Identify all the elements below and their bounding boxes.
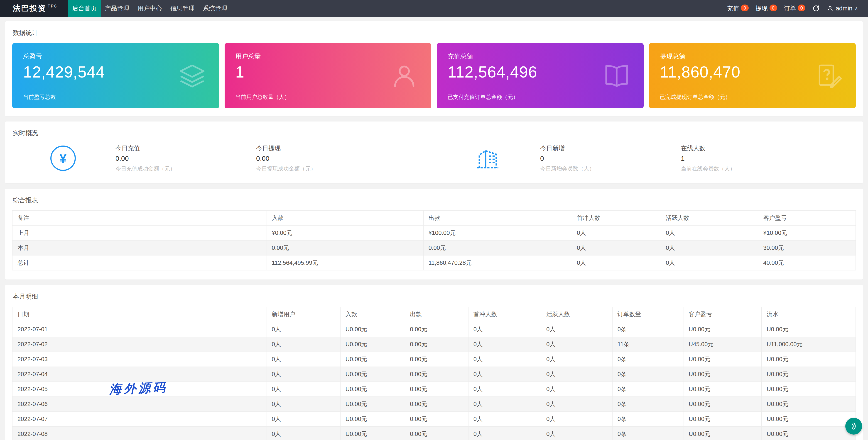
- realtime-label: 在线人数: [681, 144, 822, 153]
- table-cell: ¥0.00元: [267, 226, 423, 240]
- table-row: 2022-07-010人U0.00元0.00元0人0人0条U0.00元U0.00…: [12, 322, 856, 337]
- table-cell: 2022-07-04: [12, 367, 267, 382]
- detail-table-wrap: 日期新增用户入款出款首冲人数活跃人数订单数量客户盈亏流水 2022-07-010…: [5, 307, 863, 440]
- table-cell: 0人: [572, 240, 661, 256]
- theme-toggle-button[interactable]: [845, 418, 862, 435]
- realtime-label: 今日新增: [540, 144, 681, 153]
- realtime-value: 1: [681, 155, 822, 162]
- column-header: 新增用户: [267, 307, 340, 322]
- table-cell: U0.00元: [684, 397, 762, 412]
- table-cell: 0条: [612, 382, 684, 397]
- nav-recharge-label: 充值: [727, 4, 739, 12]
- realtime-value: 0.00: [256, 155, 397, 162]
- table-cell: 0.00元: [267, 240, 423, 256]
- realtime-label: 今日提现: [256, 144, 397, 153]
- table-cell: U0.00元: [684, 427, 762, 440]
- table-cell: U0.00元: [684, 322, 762, 337]
- table-cell: U0.00元: [762, 352, 856, 367]
- realtime-item-online: 在线人数 1 当前在线会员数（人）: [681, 144, 822, 172]
- table-cell: 0人: [468, 397, 541, 412]
- nav-right: 充值 0 提现 0 订单 0 admin ∧: [727, 0, 868, 17]
- person-icon: [827, 5, 834, 12]
- table-cell: U0.00元: [340, 337, 405, 352]
- realtime-panel: 实时概况 ¥ 今日充值 0.00 今日充值成功金额（元） 今日提现 0.00 今…: [5, 122, 863, 183]
- nav-withdraw[interactable]: 提现 0: [755, 4, 777, 12]
- table-cell: 0人: [661, 240, 758, 256]
- stat-card-total-users: 用户总量 1 当前用户总数量（人）: [225, 43, 432, 108]
- stat-card-label: 提现总额: [660, 52, 845, 61]
- table-cell: U0.00元: [340, 382, 405, 397]
- stat-card-total-recharge: 充值总额 112,564,496 已支付充值订单总金额（元）: [437, 43, 644, 108]
- table-cell: 0人: [267, 397, 340, 412]
- column-header: 出款: [423, 211, 572, 226]
- table-cell: 0.00元: [405, 382, 468, 397]
- table-cell: 0人: [541, 397, 613, 412]
- stat-card-desc: 当前盈亏总数: [23, 93, 56, 101]
- table-row: 2022-07-030人U0.00元0.00元0人0人0条U0.00元U0.00…: [12, 352, 856, 367]
- table-cell: 0.00元: [405, 397, 468, 412]
- table-cell: 2022-07-08: [12, 427, 267, 440]
- table-cell: 0条: [612, 352, 684, 367]
- order-badge: 0: [798, 4, 805, 11]
- table-cell: U0.00元: [340, 427, 405, 440]
- user-icon: [391, 62, 418, 90]
- table-cell: U0.00元: [762, 427, 856, 440]
- nav-item-system[interactable]: 系统管理: [199, 0, 231, 17]
- table-row: 2022-07-070人U0.00元0.00元0人0人0条U0.00元U0.00…: [12, 412, 856, 427]
- table-row: 2022-07-060人U0.00元0.00元0人0人0条U0.00元U0.00…: [12, 397, 856, 412]
- table-cell: 2022-07-07: [12, 412, 267, 427]
- recharge-badge: 0: [741, 4, 748, 11]
- refresh-icon[interactable]: [812, 4, 820, 12]
- table-cell: 0人: [267, 322, 340, 337]
- nav-recharge[interactable]: 充值 0: [727, 4, 748, 12]
- nav-item-users[interactable]: 用户中心: [133, 0, 166, 17]
- column-header: 首冲人数: [468, 307, 541, 322]
- detail-table-head: 日期新增用户入款出款首冲人数活跃人数订单数量客户盈亏流水: [12, 307, 856, 322]
- stat-card-desc: 已支付充值订单总金额（元）: [447, 93, 518, 101]
- column-header: 首冲人数: [572, 211, 661, 226]
- table-cell: U0.00元: [684, 382, 762, 397]
- brand-text: 法巴投资: [13, 3, 46, 13]
- table-row: 上月¥0.00元¥100.00元0人0人¥10.00元: [12, 226, 856, 240]
- table-cell: 0人: [267, 412, 340, 427]
- nav-order[interactable]: 订单 0: [784, 4, 805, 12]
- table-cell: 0条: [612, 427, 684, 440]
- realtime-label: 今日充值: [116, 144, 256, 153]
- table-cell: 0条: [612, 322, 684, 337]
- table-cell: U0.00元: [340, 322, 405, 337]
- realtime-item-new-members: 今日新增 0 今日新增会员数（人）: [540, 144, 681, 172]
- detail-table: 日期新增用户入款出款首冲人数活跃人数订单数量客户盈亏流水 2022-07-010…: [12, 307, 856, 440]
- table-cell: 11条: [612, 337, 684, 352]
- nav-item-info[interactable]: 信息管理: [166, 0, 199, 17]
- stat-card-label: 总盈亏: [23, 52, 208, 61]
- nav-item-products[interactable]: 产品管理: [101, 0, 133, 17]
- table-cell: 0人: [468, 322, 541, 337]
- table-cell: 0人: [541, 412, 613, 427]
- table-cell: 0人: [468, 367, 541, 382]
- brand-logo[interactable]: 法巴投资 TP6: [0, 0, 68, 17]
- table-row: 2022-07-050人U0.00元0.00元0人0人0条U0.00元U0.00…: [12, 382, 856, 397]
- realtime-value: 0.00: [116, 155, 256, 162]
- nav-item-dashboard[interactable]: 后台首页: [68, 0, 101, 17]
- sound-waves-icon: [849, 421, 858, 431]
- table-row: 2022-07-040人U0.00元0.00元0人0人0条U0.00元U0.00…: [12, 367, 856, 382]
- table-cell: 0人: [468, 412, 541, 427]
- table-cell: 0.00元: [405, 337, 468, 352]
- column-header: 出款: [405, 307, 468, 322]
- column-header: 入款: [267, 211, 423, 226]
- table-cell: 11,860,470.28元: [423, 256, 572, 270]
- table-cell: U45.00元: [684, 337, 762, 352]
- table-cell: 0人: [468, 427, 541, 440]
- header-row: 备注入款出款首冲人数活跃人数客户盈亏: [12, 211, 856, 226]
- top-nav: 法巴投资 TP6 后台首页 产品管理 用户中心 信息管理 系统管理 充值 0 提…: [0, 0, 868, 17]
- realtime-desc: 当前在线会员数（人）: [681, 165, 822, 172]
- table-cell: 2022-07-06: [12, 397, 267, 412]
- stats-panel-title: 数据统计: [5, 21, 863, 43]
- table-cell: 0人: [541, 322, 613, 337]
- user-menu[interactable]: admin ∧: [827, 5, 858, 12]
- table-cell: 0.00元: [405, 412, 468, 427]
- table-cell: U0.00元: [340, 397, 405, 412]
- table-row: 2022-07-020人U0.00元0.00元0人0人11条U45.00元U11…: [12, 337, 856, 352]
- yen-circle-icon: ¥: [50, 145, 76, 171]
- table-cell: 0人: [267, 427, 340, 440]
